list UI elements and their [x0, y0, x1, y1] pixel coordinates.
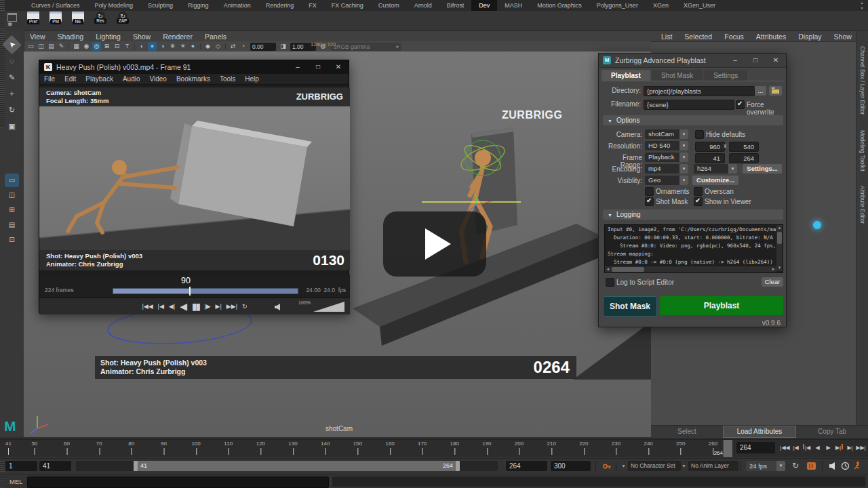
player-menu-item[interactable]: Bookmarks: [172, 75, 215, 83]
minimize-icon[interactable]: –: [288, 60, 308, 74]
range-slider-bar[interactable]: 41 264: [134, 461, 460, 471]
mel-command-input[interactable]: [27, 476, 329, 488]
lasso-tool-icon[interactable]: ◌: [5, 54, 19, 68]
player-transport-button[interactable]: |◀◀: [142, 303, 153, 310]
shelf-tab[interactable]: Motion Graphics: [530, 0, 589, 11]
tab-channel-box[interactable]: Channel Box / Layer Editor: [859, 46, 866, 115]
shelf-grip[interactable]: [0, 0, 5, 11]
playback-button[interactable]: |◀◀: [780, 441, 790, 454]
viewport-toolbar-icon[interactable]: |: [224, 42, 227, 51]
mute-icon[interactable]: [829, 462, 837, 470]
shelf-tab[interactable]: Sculpting: [140, 0, 180, 11]
panel-menu-item[interactable]: Renderer: [157, 33, 199, 41]
playback-start-field[interactable]: 41: [39, 461, 71, 471]
channelbox-menu-item[interactable]: Focus: [718, 33, 750, 41]
viewport-toolbar-icon[interactable]: |: [199, 42, 202, 51]
current-frame-marker[interactable]: [724, 440, 732, 457]
animation-end-field[interactable]: 300: [551, 461, 591, 471]
playback-end-field[interactable]: 264: [506, 461, 547, 471]
outliner-layout-icon[interactable]: ⊡: [5, 233, 19, 247]
channelbox-menu-item[interactable]: List: [655, 33, 678, 41]
two-pane-layout-icon[interactable]: ◫: [5, 188, 19, 202]
viewport-toolbar-icon[interactable]: ✎: [57, 42, 66, 51]
footer-button[interactable]: Copy Tab: [796, 426, 868, 438]
paint-select-tool-icon[interactable]: ✎: [5, 70, 19, 84]
shot-mask-button[interactable]: Shot Mask: [603, 296, 657, 317]
shelf-tab[interactable]: XGen_User: [676, 0, 723, 11]
viewport-toolbar-icon[interactable]: ◐: [138, 42, 146, 51]
res-width-field[interactable]: 960: [695, 142, 725, 152]
close-icon[interactable]: ✕: [328, 60, 349, 74]
shelf-tab[interactable]: Animation: [216, 0, 258, 11]
show-in-viewer-checkbox[interactable]: [694, 197, 703, 206]
playblast-tab[interactable]: Playblast: [601, 70, 650, 81]
player-titlebar[interactable]: K Heavy Push (Polish) v003.mp4 - Frame 9…: [39, 60, 349, 74]
player-transport-button[interactable]: |▶: [204, 303, 210, 310]
player-transport-button[interactable]: ◀|: [169, 303, 175, 310]
playblast-tab[interactable]: Settings: [704, 70, 747, 81]
scroll-right-icon[interactable]: ►: [770, 266, 776, 272]
open-folder-button[interactable]: [769, 86, 782, 96]
log-hscrollbar[interactable]: ◄ ►: [605, 266, 776, 272]
viewport-toolbar-icon[interactable]: ⊡: [113, 42, 121, 51]
shelf-tab[interactable]: Polygons_User: [589, 0, 646, 11]
viewport-toolbar-icon[interactable]: ◉: [82, 42, 91, 51]
playback-button[interactable]: ▶: [823, 441, 833, 454]
ground-wedge[interactable]: [573, 322, 651, 380]
container-dropdown[interactable]: mp4▼: [645, 164, 688, 174]
scroll-down-icon[interactable]: ▼: [776, 265, 783, 271]
viewport-toolbar-icon[interactable]: ◆: [203, 42, 212, 51]
character-set-field[interactable]: No Character Set: [628, 461, 681, 471]
player-menu-item[interactable]: Audio: [118, 75, 145, 83]
clip-editor-icon[interactable]: [807, 462, 816, 470]
anim-layer-field[interactable]: No Anim Layer: [688, 461, 738, 471]
frame-start-field[interactable]: 41: [695, 153, 725, 163]
shelf-tab[interactable]: Bifrost: [439, 0, 472, 11]
panel-menu-item[interactable]: Panels: [199, 33, 233, 41]
res-height-field[interactable]: 540: [729, 142, 759, 152]
force-overwrite-checkbox[interactable]: [736, 100, 745, 109]
viewport-toolbar-icon[interactable]: ▭: [26, 42, 35, 51]
shelf-grip2[interactable]: [0, 12, 5, 28]
chevron-down-icon[interactable]: ▼: [682, 464, 686, 468]
exposure-field[interactable]: 0.00: [250, 43, 276, 51]
shelf-tab[interactable]: Rigging: [180, 0, 216, 11]
shelf-button-NE[interactable]: NE: [69, 12, 87, 29]
log-vscrollbar[interactable]: ▲ ▼: [776, 225, 783, 271]
playback-button[interactable]: |◀: [791, 441, 801, 454]
viewport-toolbar-icon[interactable]: ❄: [168, 42, 177, 51]
player-video-area[interactable]: Camera: shotCam Focal Length: 35mm ZURBR…: [39, 87, 350, 270]
resolution-dropdown[interactable]: HD 540▼: [645, 141, 688, 150]
viewport-toolbar-icon[interactable]: ◎: [92, 42, 101, 51]
close-icon[interactable]: ✕: [766, 54, 786, 67]
player-menu-item[interactable]: Video: [145, 75, 172, 83]
viewport-toolbar-icon[interactable]: ⊞: [102, 42, 111, 51]
shelf-button-ZAP[interactable]: ↻ZAP: [114, 12, 132, 29]
footer-button[interactable]: Load Attributes: [723, 426, 796, 438]
four-pane-layout-icon[interactable]: ⊞: [5, 203, 19, 217]
single-pane-layout-icon[interactable]: ▭: [5, 174, 19, 187]
viewport-toolbar-icon[interactable]: T: [123, 42, 132, 51]
playback-button[interactable]: ▶▶|: [856, 441, 866, 454]
player-menu-item[interactable]: Playback: [81, 75, 118, 83]
player-menu-item[interactable]: Edit: [60, 75, 81, 83]
playback-button[interactable]: ▶|: [834, 441, 844, 454]
viewport-toolbar-icon[interactable]: ◇: [214, 42, 222, 51]
log-output[interactable]: Input #0, image2, from 'C:/Users/czurbri…: [604, 224, 783, 273]
playblast-titlebar[interactable]: M Zurbrigg Advanced Playblast – □ ✕: [599, 54, 786, 68]
range-slider[interactable]: 41 264: [76, 461, 498, 471]
auto-keyframe-icon[interactable]: [853, 461, 862, 471]
channelbox-menu-item[interactable]: Selected: [678, 33, 718, 41]
shelf-scroll-arrows[interactable]: ▴▾: [859, 0, 865, 11]
range-handle-left[interactable]: [134, 461, 138, 471]
options-section-header[interactable]: ▼Options: [603, 115, 783, 125]
shelf-tab[interactable]: Dev: [471, 0, 497, 11]
shelf-tab[interactable]: FX Caching: [324, 0, 371, 11]
tab-modeling-toolkit[interactable]: Modeling Toolkit: [859, 130, 866, 171]
player-transport-button[interactable]: ▮▮: [192, 301, 199, 312]
playback-button[interactable]: ◀: [812, 441, 823, 454]
view-transform-dropdown[interactable]: sRGB gamma▾: [331, 43, 401, 51]
shelf-tab[interactable]: Poly Modeling: [87, 0, 141, 11]
player-transport-button[interactable]: ▶|: [216, 303, 222, 310]
directory-field[interactable]: {project}/playblasts: [644, 86, 755, 96]
